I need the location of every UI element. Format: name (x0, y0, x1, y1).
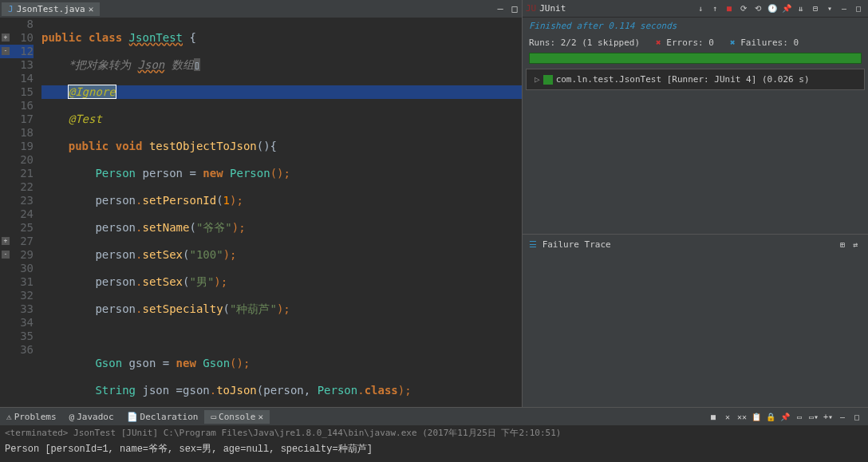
pin-icon[interactable]: 📌 (780, 2, 793, 15)
errors-label: Errors: (666, 38, 703, 48)
javadoc-icon: @ (69, 412, 75, 422)
fold-icon[interactable]: + (2, 34, 10, 41)
remove-icon[interactable]: ✕ (721, 410, 734, 423)
failure-trace-label: Failure Trace (542, 239, 611, 250)
console-status: <terminated> JsonTest [JUnit] C:\Program… (0, 425, 868, 440)
line-number: 34 (0, 316, 34, 330)
editor-tab[interactable]: J JsonTest.java ✕ (2, 2, 100, 16)
clear-icon[interactable]: 📋 (750, 410, 763, 423)
console-toolbar: ■ ✕ ✕✕ 📋 🔒 📌 ▭ ▭▾ +▾ — □ (707, 410, 868, 423)
scroll-icon[interactable]: ⇊ (795, 2, 807, 15)
tab-problems[interactable]: ⚠Problems (0, 410, 63, 424)
test-row[interactable]: ▷ com.ln.test.JsonTest [Runner: JUnit 4]… (533, 73, 858, 86)
collapse-icon[interactable]: ⊟ (809, 2, 822, 15)
junit-pane: JUJUnit ↓ ↑ ■ ⟳ ⟲ 🕐 📌 ⇊ ⊟ ▾ — □ Finished… (523, 0, 868, 407)
problems-icon: ⚠ (6, 412, 12, 422)
progress-bar (529, 53, 862, 64)
minimize-icon[interactable]: — (836, 410, 849, 423)
line-number: 30 (0, 262, 34, 275)
scroll-lock-icon[interactable]: 🔒 (764, 410, 777, 423)
stop-icon[interactable]: ■ (723, 2, 736, 15)
new-console-icon[interactable]: +▾ (822, 410, 834, 423)
console-output[interactable]: Person [personId=1, name=爷爷, sex=男, age=… (0, 440, 868, 457)
line-number: -29 (0, 248, 34, 262)
tab-javadoc[interactable]: @Javadoc (63, 410, 120, 424)
editor-pane: J JsonTest.java ✕ — □ 8 +10 -12 13 14 15… (0, 0, 523, 407)
bottom-pane: ⚠Problems @Javadoc 📄Declaration ▭Console… (0, 407, 868, 462)
code-area[interactable]: 8 +10 -12 13 14 15 16 17 18 19 20 21 22 … (0, 18, 522, 407)
close-icon[interactable]: ✕ (258, 412, 263, 422)
fold-icon[interactable]: + (2, 237, 10, 245)
display-icon[interactable]: ▭ (793, 410, 806, 423)
runs-label: Runs: (529, 38, 555, 48)
line-number: 23 (0, 194, 34, 207)
code-content[interactable]: public class JsonTest { *把对象转为 Json 数组▯ … (38, 18, 522, 407)
minimize-icon[interactable]: — (838, 2, 850, 15)
history-icon[interactable]: 🕐 (766, 2, 779, 15)
line-number: 21 (0, 167, 34, 180)
failures-label: Failures: (740, 38, 788, 48)
bottom-tabs: ⚠Problems @Javadoc 📄Declaration ▭Console… (0, 408, 868, 425)
line-number: 24 (0, 207, 34, 221)
line-number: 18 (0, 126, 34, 140)
line-number: 17 (0, 113, 34, 126)
junit-status: Finished after 0.114 seconds (523, 18, 868, 34)
fold-icon[interactable]: - (2, 251, 10, 259)
maximize-icon[interactable]: □ (852, 2, 865, 15)
editor-tab-bar: J JsonTest.java ✕ — □ (0, 0, 522, 18)
open-console-icon[interactable]: ▭▾ (807, 410, 820, 423)
junit-title: JUnit (539, 3, 566, 14)
compare-icon[interactable]: ⇄ (849, 238, 862, 251)
arrow-down-icon[interactable]: ↓ (694, 2, 707, 15)
java-file-icon: J (8, 4, 14, 14)
line-number: 25 (0, 221, 34, 235)
gutter: 8 +10 -12 13 14 15 16 17 18 19 20 21 22 … (0, 18, 38, 407)
stack-icon: ☰ (529, 239, 537, 250)
line-number: 36 (0, 343, 34, 357)
console-icon: ▭ (211, 412, 216, 422)
line-number: 33 (0, 302, 34, 316)
runs-value: 2/2 (1 skipped) (561, 38, 640, 48)
rerun-icon[interactable]: ⟳ (737, 2, 750, 15)
maximize-icon[interactable]: □ (507, 3, 522, 14)
error-icon: ✖ (656, 38, 661, 48)
test-tree[interactable]: ▷ com.ln.test.JsonTest [Runner: JUnit 4]… (526, 69, 865, 90)
pin-icon[interactable]: 📌 (779, 410, 791, 423)
arrow-up-icon[interactable]: ↑ (708, 2, 721, 15)
menu-icon[interactable]: ▾ (823, 2, 836, 15)
failures-value: 0 (793, 38, 799, 48)
fold-icon[interactable]: - (2, 47, 10, 55)
test-pass-icon (543, 75, 553, 85)
junit-icon: JU (526, 3, 536, 14)
line-number: 8 (0, 18, 34, 31)
remove-all-icon[interactable]: ✕✕ (736, 410, 748, 423)
tab-label: JsonTest.java (17, 4, 85, 14)
line-number: -12 (0, 45, 34, 58)
line-number: 22 (0, 180, 34, 194)
line-number: 35 (0, 330, 34, 343)
close-icon[interactable]: ✕ (89, 4, 94, 14)
minimize-icon[interactable]: — (493, 3, 507, 14)
line-number: +27 (0, 235, 34, 248)
line-number: +10 (0, 31, 34, 45)
line-number: 19 (0, 140, 34, 153)
junit-counts: Runs: 2/2 (1 skipped) ✖ Errors: 0 ✖ Fail… (523, 34, 868, 51)
errors-value: 0 (708, 38, 714, 48)
expand-icon[interactable]: ▷ (535, 74, 540, 85)
tab-declaration[interactable]: 📄Declaration (120, 410, 205, 424)
filter-icon[interactable]: ⊞ (836, 238, 849, 251)
line-number: 14 (0, 72, 34, 85)
line-number: 16 (0, 99, 34, 113)
maximize-icon[interactable]: □ (850, 410, 863, 423)
test-name: com.ln.test.JsonTest [Runner: JUnit 4] (… (556, 74, 810, 85)
tab-console[interactable]: ▭Console ✕ (204, 410, 270, 424)
line-number: 20 (0, 153, 34, 167)
junit-header: JUJUnit ↓ ↑ ■ ⟳ ⟲ 🕐 📌 ⇊ ⊟ ▾ — □ (523, 0, 868, 18)
line-number: 13 (0, 58, 34, 72)
failure-icon: ✖ (730, 38, 736, 48)
failure-trace-header: ☰ Failure Trace ⊞ ⇄ (523, 234, 868, 254)
line-number: 15 (0, 85, 34, 99)
declaration-icon: 📄 (127, 412, 138, 422)
terminate-icon[interactable]: ■ (707, 410, 720, 423)
rerun-failed-icon[interactable]: ⟲ (752, 2, 764, 15)
